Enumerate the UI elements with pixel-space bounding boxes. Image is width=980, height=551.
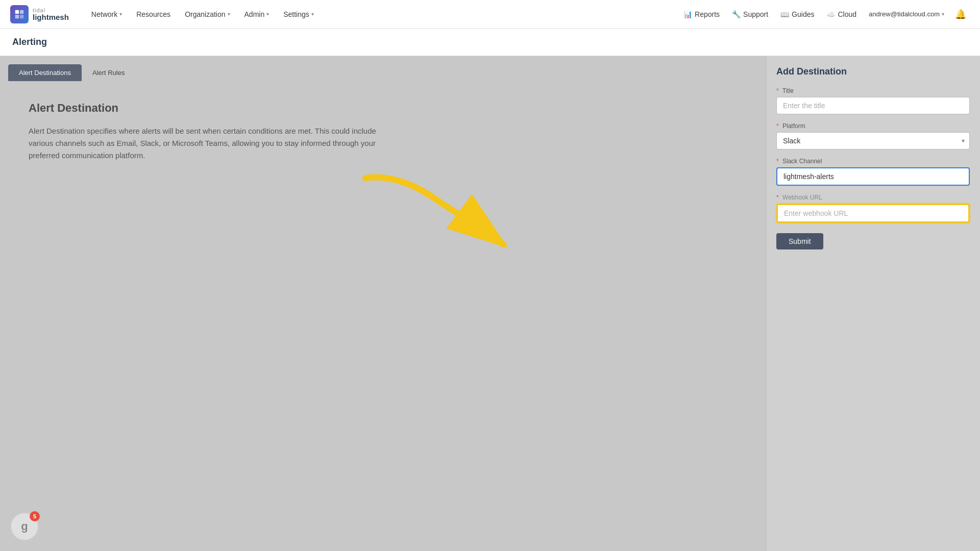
tab-alert-rules[interactable]: Alert Rules [82,64,136,81]
alert-destination-heading: Alert Destination [29,102,737,115]
platform-select-wrapper: Slack Email Microsoft Teams ▾ [776,132,970,149]
nav-user[interactable]: andrew@tidalcloud.com ▾ [864,0,949,29]
slack-channel-form-group: * Slack Channel [776,158,970,186]
main-layout: Alert Destinations Alert Rules Alert Des… [0,56,980,551]
notification-bell-icon[interactable]: 🔔 [951,5,970,23]
nav-cloud[interactable]: ☁️ Cloud [821,0,862,29]
svg-rect-1 [20,10,23,13]
gravatar-badge: 5 [30,511,40,521]
network-chevron-icon: ▾ [119,11,122,17]
webhook-url-label: * Webhook URL [776,194,970,201]
page-title: Alerting [12,37,47,47]
submit-form-group: Submit [776,231,970,249]
nav-organization[interactable]: Organization ▾ [178,0,237,29]
nav-items: Network ▾ Resources Organization ▾ Admin… [84,0,678,29]
nav-right: 📊 Reports 🔧 Support 📖 Guides ☁️ Cloud an… [678,0,970,29]
slack-channel-label: * Slack Channel [776,158,970,165]
nav-reports[interactable]: 📊 Reports [678,0,725,29]
platform-form-group: * Platform Slack Email Microsoft Teams ▾ [776,122,970,149]
logo-text: tidal lightmesh [33,8,69,21]
nav-resources[interactable]: Resources [129,0,178,29]
gravatar-letter: g [21,520,28,533]
webhook-url-input[interactable] [776,204,970,223]
nav-guides[interactable]: 📖 Guides [775,0,819,29]
reports-bar-icon: 📊 [683,10,692,18]
highlight-arrow [340,163,544,290]
nav-admin[interactable]: Admin ▾ [237,0,277,29]
title-form-group: * Title [776,87,970,114]
nav-network[interactable]: Network ▾ [84,0,129,29]
slack-channel-input[interactable] [776,167,970,186]
cloud-icon: ☁️ [826,10,835,18]
guides-book-icon: 📖 [780,10,789,18]
user-chevron-icon: ▾ [942,11,944,17]
left-panel: Alert Destinations Alert Rules Alert Des… [0,56,766,551]
tabs-bar: Alert Destinations Alert Rules [0,56,766,81]
submit-button[interactable]: Submit [776,233,823,249]
support-icon: 🔧 [732,10,741,18]
admin-chevron-icon: ▾ [266,11,269,17]
gravatar-avatar[interactable]: g 5 [10,512,39,541]
logo[interactable]: tidal lightmesh [10,5,69,23]
svg-rect-0 [15,10,19,13]
title-input[interactable] [776,97,970,114]
nav-support[interactable]: 🔧 Support [727,0,773,29]
right-panel: Add Destination * Title * Platform Slack… [766,56,980,551]
page-header: Alerting [0,29,980,56]
logo-icon [10,5,29,23]
title-label: * Title [776,87,970,94]
webhook-url-form-group: * Webhook URL [776,194,970,223]
navbar: tidal lightmesh Network ▾ Resources Orga… [0,0,980,29]
svg-rect-2 [15,14,19,18]
alert-destination-description: Alert Destination specifies where alerts… [29,125,386,162]
organization-chevron-icon: ▾ [228,11,230,17]
logo-tidal: tidal [33,8,69,13]
platform-label: * Platform [776,122,970,130]
nav-settings[interactable]: Settings ▾ [276,0,321,29]
add-destination-title: Add Destination [776,66,970,77]
platform-select[interactable]: Slack Email Microsoft Teams [776,132,970,149]
svg-rect-3 [20,14,23,18]
gravatar-container: g 5 [10,512,39,541]
tab-alert-destinations[interactable]: Alert Destinations [8,64,82,81]
settings-chevron-icon: ▾ [311,11,314,17]
logo-lightmesh: lightmesh [33,13,69,21]
